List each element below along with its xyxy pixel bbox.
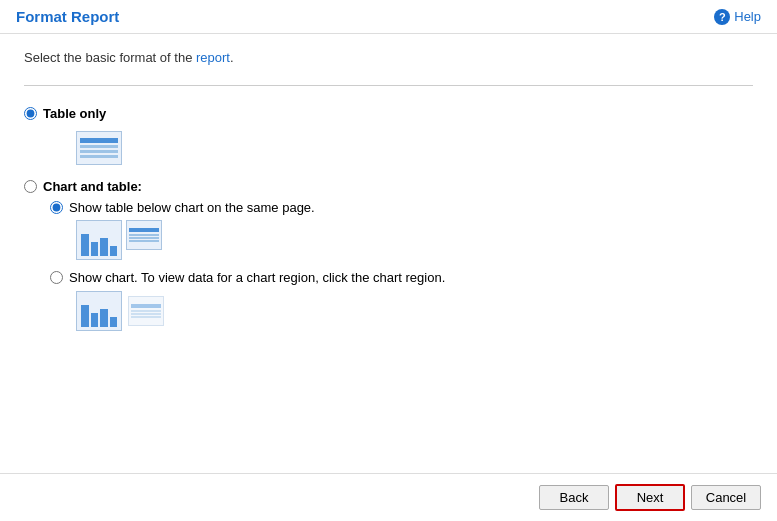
chart-and-table-label[interactable]: Chart and table: (43, 179, 142, 194)
table-only-section: Table only (24, 106, 753, 165)
subtitle-text: Select the basic format of the report. (24, 50, 753, 65)
dialog-content: Select the basic format of the report. T… (0, 34, 777, 473)
chart-bar-4 (110, 246, 118, 256)
chart-and-table-section: Chart and table: Show table below chart … (24, 179, 753, 331)
show-chart-radio[interactable] (50, 271, 63, 284)
chart-only-bar-1 (81, 305, 89, 327)
show-table-below-label[interactable]: Show table below chart on the same page. (69, 200, 315, 215)
dialog-footer: Back Next Cancel (0, 473, 777, 521)
help-label: Help (734, 9, 761, 24)
show-chart-icons (76, 291, 753, 331)
chart-icon (76, 220, 122, 260)
help-link[interactable]: ? Help (714, 9, 761, 25)
dialog-header: Format Report ? Help (0, 0, 777, 34)
chart-only-bar-3 (100, 309, 108, 327)
chart-only-bar-2 (91, 313, 99, 327)
next-button[interactable]: Next (615, 484, 685, 511)
table-only-label[interactable]: Table only (43, 106, 106, 121)
table-only-icon-row (50, 127, 753, 165)
show-table-below-section: Show table below chart on the same page. (50, 200, 753, 260)
table-only-radio[interactable] (24, 107, 37, 120)
show-table-below-radio[interactable] (50, 201, 63, 214)
small-table-icon-2 (128, 296, 164, 326)
show-chart-row: Show chart. To view data for a chart reg… (50, 270, 753, 285)
chart-and-table-row: Chart and table: (24, 179, 753, 194)
chart-table-sub-options: Show table below chart on the same page. (50, 200, 753, 331)
chart-bar-1 (81, 234, 89, 256)
chart-only-icon (76, 291, 122, 331)
help-icon: ? (714, 9, 730, 25)
show-table-below-row: Show table below chart on the same page. (50, 200, 753, 215)
divider (24, 85, 753, 86)
dialog-title: Format Report (16, 8, 119, 25)
back-button[interactable]: Back (539, 485, 609, 510)
format-options: Table only Chart and table: (24, 106, 753, 331)
show-chart-label[interactable]: Show chart. To view data for a chart reg… (69, 270, 445, 285)
chart-only-bar-4 (110, 317, 118, 327)
chart-and-table-radio[interactable] (24, 180, 37, 193)
table-only-icon (76, 131, 122, 165)
chart-bar-2 (91, 242, 99, 256)
cancel-button[interactable]: Cancel (691, 485, 761, 510)
chart-bar-3 (100, 238, 108, 256)
small-table-icon (126, 220, 162, 250)
table-only-row: Table only (24, 106, 753, 121)
show-table-below-icons (76, 220, 753, 260)
show-chart-section: Show chart. To view data for a chart reg… (50, 270, 753, 331)
